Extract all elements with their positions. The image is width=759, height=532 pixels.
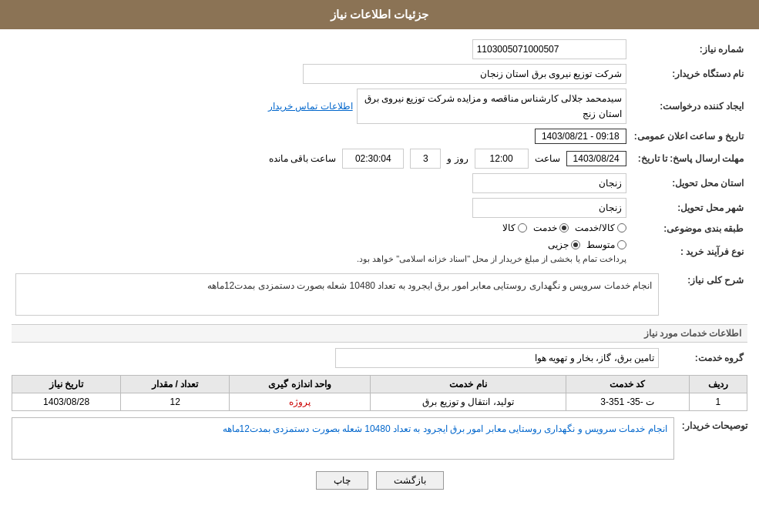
cell-name: تولید، انتقال و توزیع برق (371, 393, 566, 411)
subject-kala-label: کالا (502, 223, 516, 233)
need-number-cell: 1103005071000507 (12, 37, 630, 62)
back-button[interactable]: بازگشت (376, 471, 444, 490)
service-group-label: گروه خدمت: (663, 346, 747, 370)
process-motevaset-label: متوسط (586, 239, 615, 250)
cell-unit: پروژه (230, 393, 371, 411)
need-number-label: شماره نیاز: (630, 37, 747, 62)
header-title: جزئیات اطلاعات نیاز (331, 8, 428, 21)
requester-value: سیدمحمد جلالی کارشناس مناقصه و مزایده شر… (357, 89, 626, 124)
city-cell: زنجان (12, 196, 630, 220)
process-note: پرداخت تمام یا بخشی از مبلغ خریدار از مح… (15, 254, 626, 264)
cell-code: ت -35- 351-3 (566, 393, 689, 411)
cell-quantity: 12 (121, 393, 230, 411)
subject-kala-khedmat-radio (617, 223, 626, 233)
city-value: زنجان (472, 198, 626, 218)
process-jozi-radio (571, 240, 580, 249)
province-value: زنجان (472, 173, 626, 193)
subject-label: طبقه بندی موضوعی: (630, 220, 747, 237)
services-section-header: اطلاعات خدمات مورد نیاز (12, 324, 747, 343)
subject-kala-khedmat-option[interactable]: کالا/خدمت (575, 223, 626, 233)
announce-datetime-label: تاریخ و ساعت اعلان عمومی: (630, 126, 747, 146)
announce-datetime-value: 1403/08/21 - 09:18 (535, 129, 626, 144)
deadline-cell: 1403/08/24 ساعت 12:00 روز و 3 02:30:04 س… (12, 146, 630, 171)
province-label: استان محل تحویل: (630, 171, 747, 196)
requester-label: ایجاد کننده درخواست: (630, 86, 747, 126)
subject-kala-option[interactable]: کالا (502, 223, 527, 233)
col-date: تاریخ نیاز (12, 376, 121, 393)
deadline-days: 3 (410, 149, 441, 169)
process-motevaset-radio (617, 240, 626, 249)
process-jozi-option[interactable]: جزیی (548, 239, 580, 250)
deadline-remaining-label: ساعت باقی مانده (269, 153, 337, 164)
process-label: نوع فرآیند خرید : (630, 237, 747, 266)
process-cell: متوسط جزیی پرداخت تمام یا بخشی از مبلغ خ… (12, 237, 630, 266)
subject-khedmat-label: خدمت (533, 223, 557, 233)
buyer-desc-value: انجام خدمات سرویس و نگهداری روستایی معاب… (12, 417, 674, 460)
col-qty: تعداد / مقدار (121, 376, 230, 393)
col-code: کد خدمت (566, 376, 689, 393)
cell-row: 1 (689, 393, 747, 411)
button-row: بازگشت چاپ (12, 471, 747, 490)
subject-khedmat-radio (559, 223, 569, 233)
buyer-org-value: شرکت توزیع نیروی برق استان زنجان (303, 64, 626, 84)
requester-cell: سیدمحمد جلالی کارشناس مناقصه و مزایده شر… (12, 86, 630, 126)
need-number-value: 1103005071000507 (472, 39, 626, 59)
service-group-cell: تامین برق، گاز، بخار و تهویه هوا (12, 346, 663, 370)
subject-kala-radio (518, 223, 527, 233)
need-desc-value: انجام خدمات سرویس و نگهداری روستایی معاب… (15, 273, 659, 316)
deadline-days-label: روز و (447, 153, 468, 164)
col-name: نام خدمت (371, 376, 566, 393)
deadline-label: مهلت ارسال پاسخ: تا تاریخ: (630, 146, 747, 171)
subject-cell: کالا/خدمت خدمت کالا (12, 220, 630, 237)
buyer-desc-section: توصیحات خریدار: انجام خدمات سرویس و نگهد… (12, 417, 747, 460)
city-label: شهر محل تحویل: (630, 196, 747, 220)
subject-khedmat-option[interactable]: خدمت (533, 223, 569, 233)
contact-info-link[interactable]: اطلاعات تماس خریدار (268, 101, 353, 112)
table-row: 1 ت -35- 351-3 تولید، انتقال و توزیع برق… (12, 393, 747, 411)
service-group-value: تامین برق، گاز، بخار و تهویه هوا (335, 348, 659, 368)
deadline-time: 12:00 (475, 149, 529, 169)
buyer-desc-label: توصیحات خریدار: (682, 417, 747, 431)
deadline-time-label: ساعت (535, 153, 560, 164)
buyer-org-label: نام دستگاه خریدار: (630, 62, 747, 86)
deadline-date: 1403/08/24 (566, 151, 626, 166)
announce-datetime-cell: 1403/08/21 - 09:18 (12, 126, 630, 146)
need-desc-label: شرح کلی نیاز: (663, 271, 747, 318)
print-button[interactable]: چاپ (316, 471, 368, 490)
col-unit: واحد اندازه گیری (230, 376, 371, 393)
subject-kala-khedmat-label: کالا/خدمت (575, 223, 614, 233)
buyer-org-cell: شرکت توزیع نیروی برق استان زنجان (12, 62, 630, 86)
process-jozi-label: جزیی (548, 239, 569, 250)
col-row: ردیف (689, 376, 747, 393)
process-motevaset-option[interactable]: متوسط (586, 239, 626, 250)
province-cell: زنجان (12, 171, 630, 196)
cell-date: 1403/08/28 (12, 393, 121, 411)
deadline-remaining: 02:30:04 (342, 149, 404, 169)
page-header: جزئیات اطلاعات نیاز (0, 0, 759, 29)
need-desc-cell: انجام خدمات سرویس و نگهداری روستایی معاب… (12, 271, 663, 318)
